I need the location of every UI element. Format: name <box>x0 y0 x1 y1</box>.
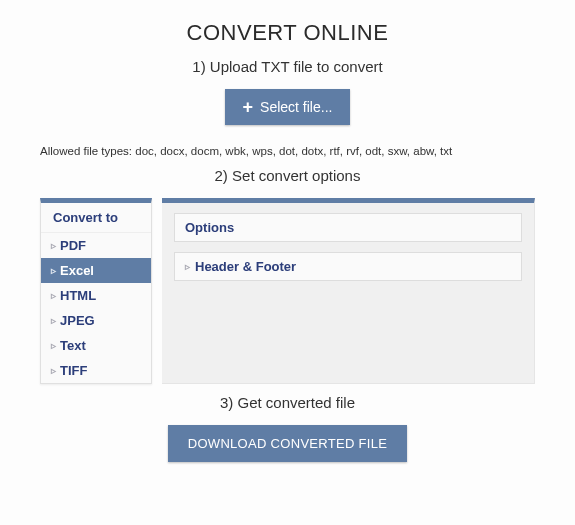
triangle-right-icon: ▹ <box>185 261 190 272</box>
format-label: TIFF <box>60 363 87 378</box>
convert-to-sidebar: Convert to ▹PDF▹Excel▹HTML▹JPEG▹Text▹TIF… <box>40 198 152 384</box>
format-item-jpeg[interactable]: ▹JPEG <box>41 308 151 333</box>
page-title: CONVERT ONLINE <box>40 20 535 46</box>
step1-header: 1) Upload TXT file to convert <box>40 58 535 75</box>
header-footer-row[interactable]: ▹ Header & Footer <box>174 252 522 281</box>
triangle-right-icon: ▹ <box>51 366 56 376</box>
format-label: HTML <box>60 288 96 303</box>
format-item-html[interactable]: ▹HTML <box>41 283 151 308</box>
triangle-right-icon: ▹ <box>51 341 56 351</box>
format-item-text[interactable]: ▹Text <box>41 333 151 358</box>
header-footer-label: Header & Footer <box>195 259 296 274</box>
format-item-excel[interactable]: ▹Excel <box>41 258 151 283</box>
sidebar-title: Convert to <box>41 203 151 233</box>
convert-options-area: Convert to ▹PDF▹Excel▹HTML▹JPEG▹Text▹TIF… <box>40 198 535 384</box>
format-label: Excel <box>60 263 94 278</box>
download-button[interactable]: DOWNLOAD CONVERTED FILE <box>168 425 408 462</box>
format-label: Text <box>60 338 86 353</box>
triangle-right-icon: ▹ <box>51 241 56 251</box>
select-file-label: Select file... <box>260 99 332 115</box>
format-item-pdf[interactable]: ▹PDF <box>41 233 151 258</box>
triangle-right-icon: ▹ <box>51 316 56 326</box>
options-label: Options <box>185 220 234 235</box>
format-item-tiff[interactable]: ▹TIFF <box>41 358 151 383</box>
options-panel: Options ▹ Header & Footer <box>162 198 535 384</box>
triangle-right-icon: ▹ <box>51 291 56 301</box>
step2-header: 2) Set convert options <box>40 167 535 184</box>
step3-header: 3) Get converted file <box>40 394 535 411</box>
select-file-button[interactable]: + Select file... <box>225 89 351 125</box>
options-row[interactable]: Options <box>174 213 522 242</box>
format-label: PDF <box>60 238 86 253</box>
plus-icon: + <box>243 98 254 116</box>
triangle-right-icon: ▹ <box>51 266 56 276</box>
allowed-types-text: Allowed file types: doc, docx, docm, wbk… <box>40 145 535 157</box>
format-label: JPEG <box>60 313 95 328</box>
